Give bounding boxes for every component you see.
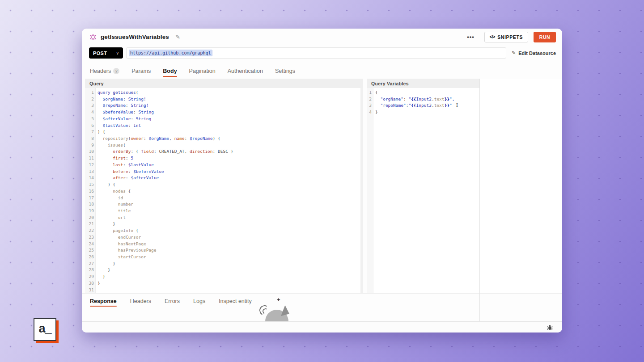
empty-side-area — [479, 79, 562, 293]
snippets-label: SNIPPETS — [497, 34, 523, 40]
tab-settings[interactable]: Settings — [275, 63, 295, 79]
query-code: 1query getIssues(2 $orgName: String!3 $r… — [85, 88, 363, 293]
body-editors: Query 1query getIssues(2 $orgName: Strin… — [82, 79, 562, 293]
tab-response-headers[interactable]: Headers — [130, 294, 151, 308]
panel-gap — [363, 79, 367, 293]
tab-authentication-label: Authentication — [228, 68, 263, 74]
headers-count-badge: 2 — [113, 68, 119, 74]
request-tabs: Headers 2 Params Body Pagination Authent… — [82, 63, 562, 79]
tab-pagination[interactable]: Pagination — [189, 63, 216, 79]
request-url-row: POST ∨ https://api.github.com/graphql ✎ … — [82, 45, 562, 63]
edit-datasource-label: Edit Datasource — [518, 51, 556, 56]
snippets-button[interactable]: </> SNIPPETS — [484, 32, 528, 42]
variables-code-editor[interactable]: 1{2 "orgName": "{{Input2.text}}",3 "repo… — [367, 88, 479, 293]
more-options-button[interactable]: ••• — [463, 33, 478, 41]
method-label: POST — [93, 51, 107, 56]
query-variables-panel: Query Variables 1{2 "orgName": "{{Input2… — [367, 79, 479, 293]
tab-params[interactable]: Params — [131, 63, 151, 79]
query-panel-title: Query — [85, 79, 363, 88]
tab-authentication[interactable]: Authentication — [228, 63, 263, 79]
chevron-down-icon: ∨ — [116, 51, 119, 55]
tab-errors[interactable]: Errors — [165, 294, 180, 308]
tab-logs-label: Logs — [193, 298, 205, 304]
query-variables-title: Query Variables — [367, 79, 479, 88]
response-empty-area — [82, 308, 562, 321]
url-value: https://api.github.com/graphql — [129, 50, 212, 56]
url-input[interactable]: https://api.github.com/graphql — [126, 47, 506, 59]
method-dropdown[interactable]: POST ∨ — [89, 47, 123, 59]
query-panel: Query 1query getIssues(2 $orgName: Strin… — [85, 79, 363, 293]
tab-inspect-entity[interactable]: Inspect entity — [219, 294, 252, 308]
tab-inspect-entity-label: Inspect entity — [219, 298, 252, 304]
query-title: getIssuesWithVariables — [101, 34, 169, 40]
editor-scrollbar[interactable] — [360, 88, 363, 293]
window-header: getIssuesWithVariables ✎ ••• </> SNIPPET… — [82, 29, 562, 45]
appsmith-logo: a_ — [34, 318, 56, 341]
graphql-icon — [89, 34, 97, 41]
tab-headers[interactable]: Headers 2 — [90, 63, 119, 79]
pencil-icon: ✎ — [512, 50, 516, 56]
query-code-editor[interactable]: 1query getIssues(2 $orgName: String!3 $r… — [85, 88, 363, 293]
line-number-gutter — [367, 88, 373, 293]
tab-params-label: Params — [131, 68, 151, 74]
tab-response-label: Response — [90, 298, 117, 304]
tab-headers-label: Headers — [90, 68, 111, 74]
tab-body[interactable]: Body — [163, 63, 177, 79]
tab-response-headers-label: Headers — [130, 298, 151, 304]
tab-response[interactable]: Response — [90, 294, 117, 308]
tab-pagination-label: Pagination — [189, 68, 216, 74]
api-editor-window: getIssuesWithVariables ✎ ••• </> SNIPPET… — [82, 29, 562, 333]
code-icon: </> — [490, 34, 495, 39]
edit-datasource-button[interactable]: ✎ Edit Datasource — [512, 50, 556, 56]
window-footer — [82, 321, 562, 333]
tab-settings-label: Settings — [275, 68, 295, 74]
rename-icon[interactable]: ✎ — [175, 34, 180, 40]
debug-icon[interactable] — [547, 324, 553, 330]
appsmith-logo-text: a_ — [38, 323, 51, 335]
panel-divider — [479, 79, 480, 321]
tab-errors-label: Errors — [165, 298, 180, 304]
run-button[interactable]: RUN — [534, 32, 556, 42]
tab-body-label: Body — [163, 68, 177, 74]
variables-code: 1{2 "orgName": "{{Input2.text}}",3 "repo… — [367, 88, 479, 116]
response-tabs: Response Headers Errors Logs Inspect ent… — [82, 293, 562, 308]
tab-logs[interactable]: Logs — [193, 294, 205, 308]
